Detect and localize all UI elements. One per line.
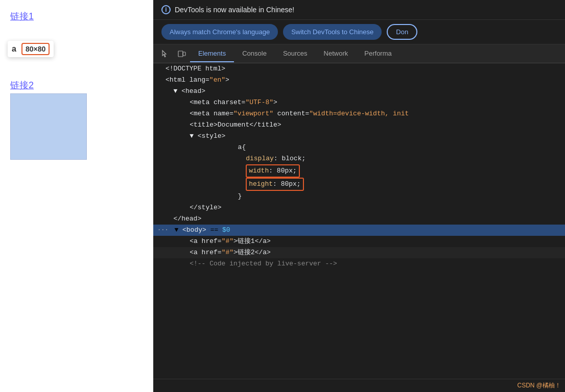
devtools-panel: i DevTools is now available in Chinese! … <box>153 0 565 392</box>
tab-elements[interactable]: Elements <box>190 45 234 62</box>
code-line: <a href="#">链接1</a> <box>153 236 565 247</box>
tab-console[interactable]: Console <box>234 45 275 62</box>
inspector-icon[interactable] <box>157 44 174 63</box>
code-line-width: width: 80px; <box>153 164 565 178</box>
link1[interactable]: 链接1 <box>10 10 143 22</box>
link2-box <box>10 93 87 160</box>
csdn-badge: CSDN @橘柚！ <box>517 381 561 390</box>
switch-to-chinese-button[interactable]: Switch DevTools to Chinese <box>283 24 382 40</box>
code-line: <meta name="viewport" content="width=dev… <box>153 108 565 119</box>
code-line: <meta charset="UTF-8"> <box>153 97 565 108</box>
code-line: a{ <box>153 142 565 153</box>
code-area[interactable]: <!DOCTYPE html> <html lang="en"> ▼ <head… <box>153 63 565 379</box>
svg-rect-0 <box>178 51 183 57</box>
code-line: ▼ <head> <box>153 86 565 97</box>
tab-sources[interactable]: Sources <box>275 45 316 62</box>
tooltip-label: a <box>12 44 16 54</box>
code-line: </head> <box>153 213 565 225</box>
info-bar: i DevTools is now available in Chinese! <box>153 0 565 20</box>
code-line: <!DOCTYPE html> <box>153 63 565 75</box>
code-line: <html lang="en"> <box>153 75 565 86</box>
code-line-height: height: 80px; <box>153 178 565 191</box>
match-language-button[interactable]: Always match Chrome's language <box>161 24 278 40</box>
tab-performance[interactable]: Performa <box>356 45 399 62</box>
device-icon[interactable] <box>174 44 190 63</box>
link2-block: 链接2 <box>10 79 87 160</box>
code-line-body: ··· ▼ <body> == $0 <box>153 225 565 236</box>
code-line: <title>Document</title> <box>153 119 565 131</box>
info-message: DevTools is now available in Chinese! <box>175 6 294 14</box>
dont-show-button[interactable]: Don <box>387 24 417 40</box>
status-bar: CSDN @橘柚！ <box>153 379 565 392</box>
left-panel: 链接1 a 80×80 链接2 <box>0 0 153 392</box>
link2[interactable]: 链接2 <box>10 79 87 91</box>
code-line: <a href="#">链接2</a> <box>153 247 565 258</box>
button-bar: Always match Chrome's language Switch De… <box>153 20 565 44</box>
tooltip: a 80×80 <box>8 41 54 57</box>
code-line: </style> <box>153 202 565 213</box>
tab-network[interactable]: Network <box>316 45 357 62</box>
code-line: display: block; <box>153 153 565 164</box>
info-icon: i <box>161 5 171 14</box>
code-line: ▼ <style> <box>153 131 565 142</box>
code-line-comment: <!-- Code injected by live-server --> <box>153 258 565 270</box>
tooltip-size: 80×80 <box>21 43 50 55</box>
code-line: } <box>153 191 565 202</box>
tabs-bar: Elements Console Sources Network Perform… <box>153 44 565 63</box>
svg-rect-1 <box>183 52 185 56</box>
